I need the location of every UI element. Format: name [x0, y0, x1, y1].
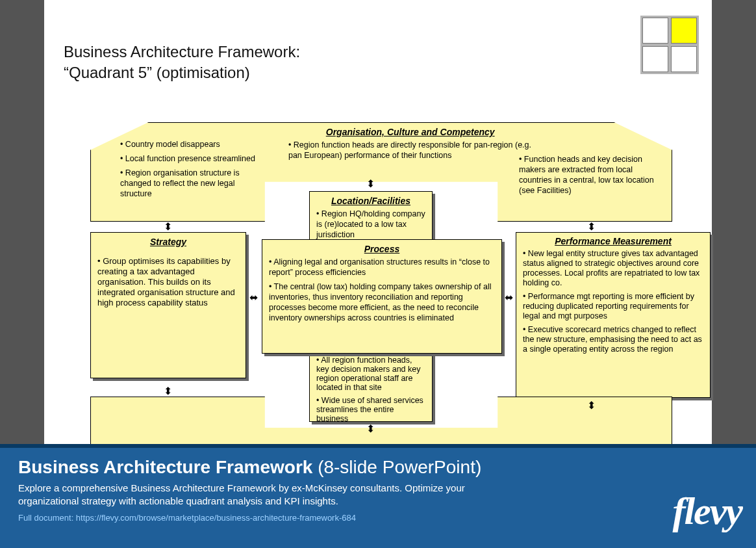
box-process: Process • Aligning legal and organisatio… — [262, 239, 502, 354]
box-performance: Performance Measurement • New legal enti… — [516, 232, 711, 398]
location-top: • Region HQ/holding company is (re)locat… — [316, 209, 425, 240]
promo-footer: Business Architecture Framework (8-slide… — [0, 444, 756, 548]
box-header: Strategy — [97, 237, 239, 247]
quadrant-cell-active — [671, 18, 697, 44]
process-p2: • The central (low tax) holding company … — [269, 281, 495, 323]
process-p1: • Aligning legal and organisation struct… — [269, 257, 495, 278]
title-line-1: Business Architecture Framework: — [64, 43, 300, 60]
arrow-icon: ⬍ — [587, 400, 596, 411]
box-header: Process — [269, 244, 495, 254]
footer-title-tail: (8-slide PowerPoint) — [312, 457, 481, 477]
perf-p1: • New legal entity structure gives tax a… — [523, 249, 703, 288]
page-root: Business Architecture Framework: “Quadra… — [0, 0, 756, 548]
title-line-2: “Quadrant 5” (optimisation) — [64, 64, 250, 81]
footer-description: Explore a comprehensive Business Archite… — [18, 482, 499, 508]
arrow-icon: ⬌ — [249, 293, 258, 303]
flevy-logo: flevy — [672, 489, 742, 534]
quadrant-indicator — [640, 16, 699, 74]
perf-p2: • Performance mgt reporting is more effi… — [523, 292, 703, 321]
slide-title: Business Architecture Framework: “Quadra… — [64, 42, 300, 83]
org-left-1: • Country model disappears — [120, 139, 257, 150]
arrow-icon: ⬍ — [164, 222, 172, 232]
box-header: Location/Facilities — [316, 196, 425, 206]
slide: Business Architecture Framework: “Quadra… — [44, 0, 712, 446]
box-header: Organisation, Culture and Competency — [288, 127, 532, 137]
footer-title-bold: Business Architecture Framework — [18, 457, 312, 477]
strategy-body: • Group optimises its capabilities by cr… — [97, 256, 239, 308]
perf-p3: • Executive scorecard metrics changed to… — [523, 325, 703, 354]
arrow-icon: ⬌ — [505, 293, 513, 303]
arrow-icon: ⬍ — [366, 179, 375, 189]
location-bottom-2: • Wide use of shared services streamline… — [316, 396, 425, 423]
org-left-2: • Local function presence streamlined — [120, 153, 257, 164]
arrow-icon: ⬍ — [164, 386, 172, 397]
box-header: Performance Measurement — [523, 237, 703, 246]
arrow-icon: ⬍ — [587, 222, 596, 232]
box-strategy: Strategy • Group optimises its capabilit… — [90, 232, 246, 378]
org-left-3: • Region organisation structure is chang… — [120, 168, 257, 199]
quadrant-cell — [671, 46, 697, 72]
footer-title: Business Architecture Framework (8-slide… — [18, 457, 738, 478]
org-right: • Function heads and key decision makers… — [519, 154, 655, 196]
quadrant-cell — [642, 46, 668, 72]
org-center-text: • Region function heads are directly res… — [288, 140, 532, 161]
location-bottom-1: • All region function heads, key decisio… — [316, 356, 425, 392]
footer-url[interactable]: Full document: https://flevy.com/browse/… — [18, 513, 738, 523]
quadrant-cell — [642, 18, 668, 44]
